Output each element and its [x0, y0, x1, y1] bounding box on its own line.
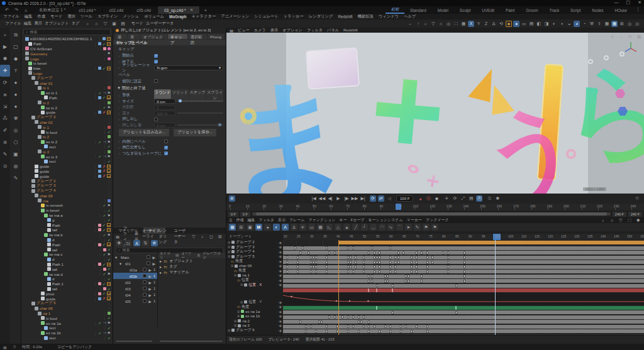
keyframe[interactable] [426, 270, 428, 273]
keyframe[interactable] [294, 246, 296, 249]
keyframe[interactable] [310, 265, 312, 268]
take-menu-レンダリング[interactable]: レンダリング [159, 228, 170, 245]
layer-dots-icon[interactable]: ⋮ [108, 116, 111, 119]
layer-dots-icon[interactable]: ⋮ [103, 101, 106, 104]
menu-ウィンドウ[interactable]: ウィンドウ [379, 14, 399, 19]
sharp-checkbox[interactable] [164, 151, 168, 155]
folder-button[interactable]: 🗀 [125, 240, 131, 246]
keyframe[interactable] [408, 280, 409, 283]
keyframe[interactable] [334, 251, 336, 254]
expand-icon[interactable]: ▸ [160, 265, 162, 269]
keyframe[interactable] [464, 261, 465, 264]
track-visibility-icons[interactable]: ◦◉ [278, 310, 283, 314]
layer-dots-icon[interactable]: ⋮ [103, 125, 106, 129]
keyframe[interactable] [315, 330, 317, 333]
keyframe[interactable] [355, 261, 357, 264]
home-icon[interactable]: ⌂ [609, 217, 615, 224]
disabled-x-icon[interactable]: ✗ [103, 165, 106, 168]
object-row[interactable]: ·char 02⋮ [21, 120, 113, 125]
close-button[interactable]: ✕ [638, 0, 641, 5]
timeline-tree-row[interactable]: ⊞na 2◦◉ [226, 319, 283, 324]
marker-icon[interactable]: ⚑ [423, 224, 430, 231]
expand-icon[interactable]: · [42, 159, 43, 163]
expand-icon[interactable]: · [26, 61, 28, 65]
expand-icon[interactable]: · [45, 238, 47, 242]
layer-dots-icon[interactable]: ⋮ [94, 91, 97, 95]
maximize-icon[interactable]: ⛶ [626, 217, 633, 224]
object-row[interactable]: ·tw ma b⋮✓⚑ [21, 232, 113, 238]
expand-icon[interactable]: · [30, 189, 31, 193]
object-row[interactable]: ·グループ 5⋮ [21, 301, 113, 306]
axis-x-button[interactable]: X [468, 21, 474, 27]
keyframe[interactable] [347, 270, 349, 273]
keyframe[interactable] [286, 265, 288, 268]
animation-tag-icon[interactable]: ab [107, 111, 111, 114]
expand-icon[interactable]: ⊞ [240, 283, 243, 287]
timeline-menu-フレーム[interactable]: フレーム [289, 217, 304, 223]
object-row[interactable]: ·guide⋮✗ab [21, 164, 113, 169]
add-take-button[interactable]: ✚ [116, 240, 123, 246]
keyframe[interactable] [350, 261, 352, 264]
no-self-checkbox[interactable] [164, 146, 168, 150]
animation-tag-icon[interactable]: ab [107, 282, 111, 286]
attr-tab-Phong[interactable]: Phong [208, 34, 224, 39]
record-button[interactable]: ● [417, 195, 423, 202]
isoline-icon[interactable]: ◒ [566, 21, 572, 27]
animation-tag-icon[interactable]: ab [107, 96, 111, 99]
keyframe[interactable] [352, 246, 354, 249]
material-swatch[interactable] [98, 292, 101, 295]
range-end-field[interactable]: 240 F [613, 212, 626, 217]
object-row[interactable]: ·グループ⋮ [21, 75, 113, 80]
key-track[interactable] [283, 315, 644, 319]
expand-icon[interactable]: · [33, 174, 34, 178]
playhead-marker[interactable] [396, 204, 401, 210]
key-track[interactable] [283, 256, 644, 260]
tab-close-icon[interactable]: ✕ [190, 8, 193, 13]
keyframe[interactable] [389, 325, 391, 328]
expand-icon[interactable]: · [39, 106, 40, 110]
keyframe[interactable] [416, 325, 418, 328]
marker-add-icon[interactable]: ⚑ [431, 224, 438, 231]
timeline-tree-row[interactable]: ⊞ex na 1a◦◉ [226, 309, 283, 314]
expand-icon[interactable]: · [45, 267, 47, 271]
keyframe[interactable] [334, 315, 336, 319]
expand-icon[interactable]: · [45, 257, 47, 261]
expand-icon[interactable]: · [42, 232, 43, 237]
layout-tab-Script[interactable]: Script [565, 6, 586, 14]
timeline-tree-row[interactable]: ⊞位置 . Y◦◉ [226, 300, 283, 305]
workplane-mode-icon[interactable]: ⊞ [619, 21, 625, 27]
attr-tab-オブジェクト[interactable]: オブジェクト [140, 34, 167, 39]
expand-icon[interactable]: · [23, 52, 25, 56]
object-row[interactable]: ·tx 3⋮ [21, 149, 113, 154]
target-icon[interactable]: ◎ [445, 21, 452, 27]
expand-icon[interactable]: · [39, 331, 40, 335]
magnet-tool-icon[interactable]: ⊙ [0, 160, 10, 172]
object-row[interactable]: ·pivot⋮✓ab [21, 291, 113, 296]
object-row[interactable]: ·tail⋮✓ [21, 287, 113, 292]
layer-dots-icon[interactable]: ⋮ [103, 258, 106, 261]
object-row[interactable]: ·tw tx 2⋮✓⚑ [21, 105, 113, 110]
take-row[interactable]: t03▶1 [113, 285, 157, 292]
timeline-tree-row[interactable]: 🗀角度◦◉ [226, 305, 283, 310]
menu-シミュレート[interactable]: シミュレート [254, 14, 279, 19]
animation-tag-icon[interactable]: ab [107, 297, 111, 300]
gouraud-icon[interactable]: ◕ [574, 21, 580, 27]
take-row[interactable]: t01b▶1 [113, 273, 157, 279]
enabled-check-icon[interactable]: ✓ [103, 228, 106, 232]
motion-clip-icon[interactable]: ⊕ [229, 195, 235, 202]
material-swatch[interactable] [98, 111, 101, 114]
keyframe[interactable] [374, 270, 375, 273]
enabled-check-icon[interactable]: ✓ [108, 258, 111, 261]
take-checkbox[interactable] [143, 268, 147, 271]
layer-dots-icon[interactable]: ⋮ [99, 248, 102, 251]
document-tab[interactable]: c05.c4d [130, 6, 158, 14]
expand-icon[interactable]: · [42, 272, 43, 276]
keyframe[interactable] [421, 251, 423, 254]
keyframe[interactable] [302, 246, 304, 249]
extrude-checkbox[interactable] [154, 118, 158, 121]
autokey-button[interactable]: Ⓐ [425, 195, 431, 202]
object-row[interactable]: ·ex na 1b⋮✓⊣⚑ [21, 331, 113, 336]
keyframe[interactable] [350, 265, 352, 268]
keyframe[interactable] [455, 311, 457, 314]
keyframe[interactable] [447, 270, 449, 273]
